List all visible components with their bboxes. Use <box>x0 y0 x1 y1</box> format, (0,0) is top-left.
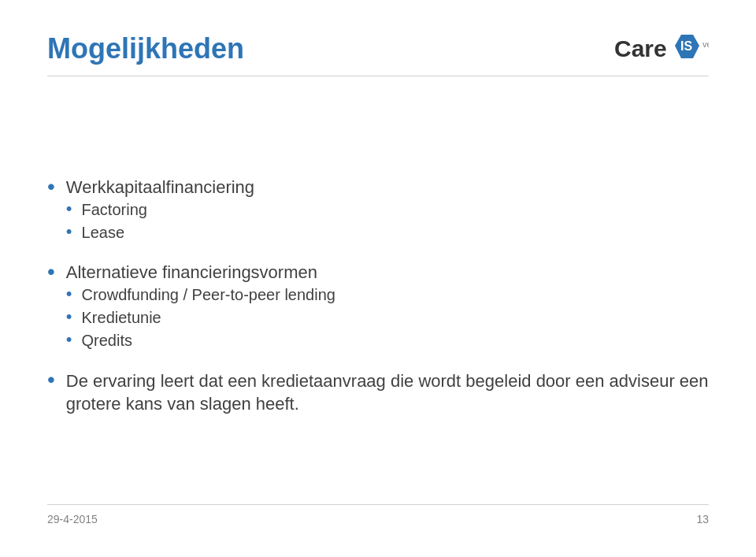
sub-dot-2-3: • <box>66 329 72 350</box>
sub-list-1: • Factoring • Lease <box>66 201 254 242</box>
main-bullet-list: • Werkkapitaalfinanciering • Factoring •… <box>47 177 709 426</box>
footer-date: 29-4-2015 <box>47 513 98 525</box>
sub-label-1-1: Factoring <box>82 201 147 219</box>
bullet-3-content: De ervaring leert dat een kredietaanvraa… <box>66 370 709 415</box>
svg-text:IS: IS <box>680 39 692 53</box>
footer-page: 13 <box>696 513 709 525</box>
sub-label-1-2: Lease <box>82 224 125 242</box>
svg-text:Care: Care <box>614 35 667 61</box>
sub-dot-1-2: • <box>66 221 72 242</box>
slide-title: Mogelijkheden <box>47 32 244 65</box>
sub-label-2-2: Kredietunie <box>82 309 161 327</box>
bullet-item-3: • De ervaring leert dat een kredietaanvr… <box>47 370 709 415</box>
care-is-logo: Care IS vermogensbeheer <box>614 32 709 66</box>
sub-list-2: • Crowdfunding / Peer-to-peer lending • … <box>66 286 335 350</box>
slide: Mogelijkheden Care IS vermogensbeheer • … <box>0 0 756 557</box>
sub-item-2-2: • Kredietunie <box>66 309 335 327</box>
sub-item-2-1: • Crowdfunding / Peer-to-peer lending <box>66 286 335 304</box>
bullet-3-label: De ervaring leert dat een kredietaanvraa… <box>66 371 709 414</box>
sub-dot-2-2: • <box>66 306 72 327</box>
bullet-dot-3: • <box>47 367 55 392</box>
sub-dot-1-1: • <box>66 199 72 219</box>
sub-label-2-3: Qredits <box>82 332 132 350</box>
sub-dot-2-1: • <box>66 284 72 304</box>
slide-content: • Werkkapitaalfinanciering • Factoring •… <box>47 92 709 504</box>
bullet-1-label: Werkkapitaalfinanciering <box>66 177 254 197</box>
slide-header: Mogelijkheden Care IS vermogensbeheer <box>47 32 709 76</box>
slide-footer: 29-4-2015 13 <box>47 504 709 525</box>
sub-item-1-2: • Lease <box>66 224 254 242</box>
bullet-item-2: • Alternatieve financieringsvormen • Cro… <box>47 262 709 355</box>
bullet-dot-1: • <box>47 174 55 199</box>
bullet-2-content: Alternatieve financieringsvormen • Crowd… <box>66 262 335 355</box>
sub-item-2-3: • Qredits <box>66 332 335 350</box>
bullet-2-label: Alternatieve financieringsvormen <box>66 262 317 282</box>
svg-text:vermogensbeheer: vermogensbeheer <box>702 39 709 49</box>
sub-label-2-1: Crowdfunding / Peer-to-peer lending <box>82 286 335 304</box>
sub-item-1-1: • Factoring <box>66 201 254 219</box>
logo: Care IS vermogensbeheer <box>614 32 709 66</box>
bullet-dot-2: • <box>47 259 55 284</box>
bullet-1-content: Werkkapitaalfinanciering • Factoring • L… <box>66 177 254 247</box>
bullet-item-1: • Werkkapitaalfinanciering • Factoring •… <box>47 177 709 247</box>
